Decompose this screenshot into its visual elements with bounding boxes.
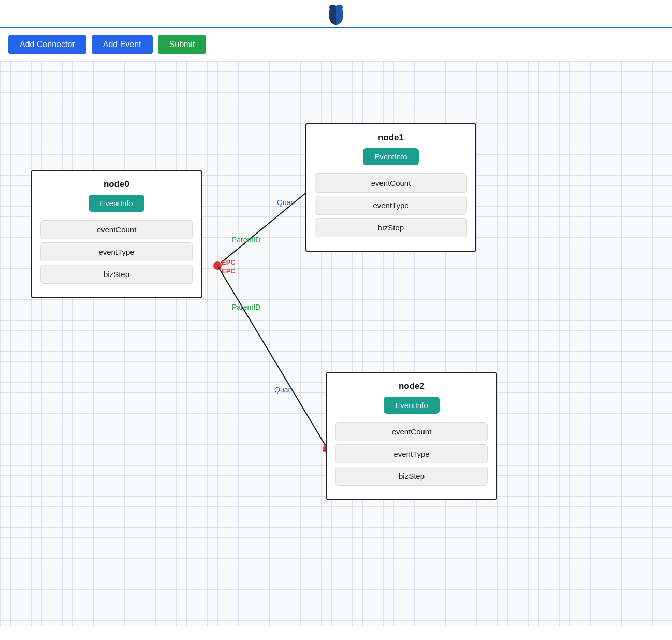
- connector-line-2: [217, 266, 327, 448]
- node0-title: node0: [40, 179, 193, 190]
- node2-field-bizstep: bizStep: [335, 467, 488, 486]
- node1-event-info-button[interactable]: EventInfo: [363, 148, 418, 165]
- conn1-parentid-label-top: ParentID: [232, 236, 260, 244]
- add-event-button[interactable]: Add Event: [92, 35, 153, 54]
- submit-button[interactable]: Submit: [158, 35, 207, 54]
- app-logo-icon: [324, 5, 348, 25]
- node1-field-bizstep: bizStep: [315, 218, 467, 237]
- node1-field-eventcount: eventCount: [315, 173, 467, 193]
- epc-junction-dot: [213, 261, 222, 270]
- conn1-epc-label2: EPC: [222, 267, 236, 275]
- conn1-epc-label1: EPC: [222, 258, 236, 266]
- connector-line-1: [217, 181, 320, 266]
- conn2-parentid-label: ParentID: [232, 303, 260, 311]
- toolbar: Add Connector Add Event Submit: [0, 28, 672, 61]
- node1-field-eventtype: eventType: [315, 196, 467, 215]
- canvas-area: Quan ParentID EPC EPC ParentID Quan node…: [0, 61, 672, 626]
- node2-field-eventtype: eventType: [335, 444, 488, 463]
- conn1-quan-label-top: Quan: [277, 198, 295, 207]
- node0-event-info-button[interactable]: EventInfo: [89, 195, 144, 212]
- node2-event-info-button[interactable]: EventInfo: [384, 397, 439, 414]
- node-box-0: node0 EventInfo eventCount eventType biz…: [31, 170, 202, 298]
- node2-field-eventcount: eventCount: [335, 422, 488, 441]
- node-box-1: node1 EventInfo eventCount eventType biz…: [305, 123, 476, 252]
- node0-field-eventcount: eventCount: [40, 220, 193, 239]
- node2-title: node2: [335, 381, 488, 391]
- top-bar: [0, 0, 672, 28]
- node-box-2: node2 EventInfo eventCount eventType biz…: [326, 372, 497, 500]
- node0-field-eventtype: eventType: [40, 242, 193, 261]
- add-connector-button[interactable]: Add Connector: [8, 35, 86, 54]
- node1-title: node1: [315, 133, 467, 143]
- node0-field-bizstep: bizStep: [40, 265, 193, 284]
- conn2-quan-label: Quan: [274, 386, 292, 394]
